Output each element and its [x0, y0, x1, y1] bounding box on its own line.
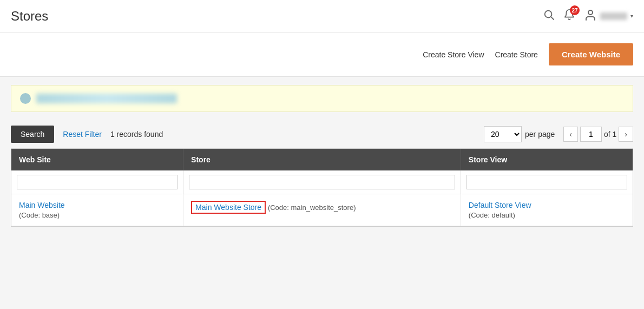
- table-filter-row: [11, 170, 633, 194]
- records-found: 1 records found: [110, 130, 163, 139]
- create-website-button[interactable]: Create Website: [549, 43, 633, 65]
- per-page-label: per page: [525, 130, 555, 139]
- stores-table: Web Site Store Store View Main Website (…: [11, 148, 633, 227]
- svg-line-1: [551, 17, 554, 19]
- create-store-view-button[interactable]: Create Store View: [423, 50, 484, 59]
- page-number-input[interactable]: [580, 127, 602, 142]
- col-website: Web Site: [11, 149, 183, 170]
- user-name: [600, 12, 627, 21]
- store-link[interactable]: Main Website Store: [191, 201, 266, 214]
- notice-text: [36, 94, 177, 103]
- user-menu[interactable]: ▾: [584, 9, 633, 23]
- filter-website-input[interactable]: [17, 175, 178, 189]
- action-bar: Create Store View Create Store Create We…: [0, 32, 644, 77]
- next-page-button[interactable]: ›: [619, 127, 633, 142]
- cell-store: Main Website Store (Code: main_website_s…: [183, 194, 461, 226]
- col-store-view: Store View: [461, 149, 633, 170]
- website-link[interactable]: Main Website: [19, 201, 175, 209]
- filter-store-input[interactable]: [189, 175, 455, 189]
- table-row: Main Website (Code: base) Main Website S…: [11, 194, 633, 226]
- notice-icon: [20, 93, 31, 104]
- header-icons: 27 ▾: [543, 9, 633, 23]
- filter-bar: Search Reset Filter 1 records found 20 3…: [0, 120, 644, 148]
- store-code: (Code: main_website_store): [268, 203, 356, 212]
- per-page-dropdown[interactable]: 20 30 50: [484, 126, 522, 142]
- reset-filter-button[interactable]: Reset Filter: [63, 130, 102, 139]
- search-button[interactable]: Search: [11, 126, 54, 143]
- filter-store-view-input[interactable]: [466, 175, 627, 189]
- store-view-link[interactable]: Default Store View: [469, 201, 625, 209]
- store-view-code: (Code: default): [469, 211, 515, 219]
- svg-point-2: [588, 10, 593, 15]
- page-total: of 1: [604, 130, 616, 139]
- notice-bar: [11, 85, 633, 112]
- per-page-select: 20 30 50 per page: [484, 126, 555, 142]
- website-code: (Code: base): [19, 211, 60, 219]
- notification-button[interactable]: 27: [563, 9, 575, 23]
- user-menu-chevron-icon: ▾: [630, 13, 633, 19]
- create-store-button[interactable]: Create Store: [495, 50, 538, 59]
- user-icon: [584, 9, 597, 23]
- page-title: Stores: [11, 9, 543, 24]
- col-store: Store: [183, 149, 461, 170]
- cell-store-view: Default Store View (Code: default): [461, 194, 633, 226]
- header: Stores 27 ▾: [0, 0, 644, 32]
- notification-badge: 27: [570, 5, 580, 15]
- search-icon[interactable]: [543, 9, 555, 23]
- cell-website: Main Website (Code: base): [11, 194, 183, 226]
- pagination: ‹ of 1 ›: [563, 127, 633, 142]
- table-header-row: Web Site Store Store View: [11, 149, 633, 170]
- prev-page-button[interactable]: ‹: [563, 127, 578, 142]
